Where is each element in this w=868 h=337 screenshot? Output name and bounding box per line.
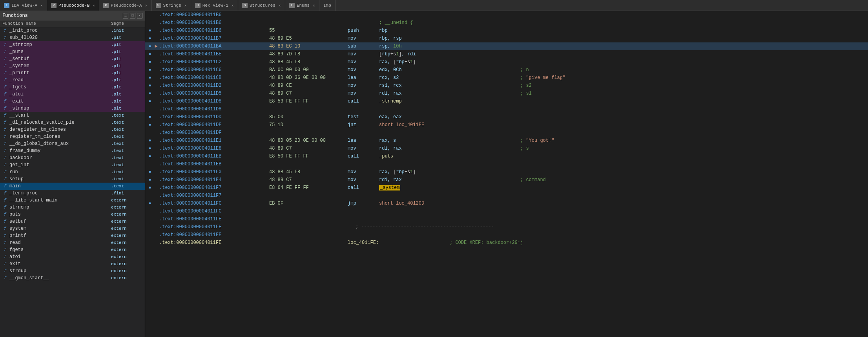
disasm-line[interactable]: ●.text:00000000004011EBE8 50 FE FF FFcal… bbox=[145, 152, 868, 160]
fn-item[interactable]: f _strncmp .plt bbox=[0, 41, 145, 48]
fn-item[interactable]: f exit extern bbox=[0, 260, 145, 267]
fn-item[interactable]: f run .text bbox=[0, 168, 145, 176]
disasm-line[interactable]: .text:00000000004011D8 bbox=[145, 105, 868, 113]
disasm-line[interactable]: ●▶.text:00000000004011BA48 83 EC 10subrs… bbox=[145, 42, 868, 50]
disasm-line[interactable]: ●.text:00000000004011D8E8 53 FE FF FFcal… bbox=[145, 97, 868, 105]
tab-close-enums[interactable]: ✕ bbox=[313, 3, 315, 8]
fn-item[interactable]: f _strdup .plt bbox=[0, 105, 145, 112]
fn-item[interactable]: f _dl_relocate_static_pie .text bbox=[0, 119, 145, 126]
fn-item[interactable]: f _read .plt bbox=[0, 77, 145, 84]
fn-item[interactable]: f atoi extern bbox=[0, 253, 145, 260]
fn-item[interactable]: f system extern bbox=[0, 225, 145, 232]
panel-btn-min[interactable]: _ bbox=[123, 13, 128, 18]
disasm-addr: .text:00000000004011FE bbox=[159, 231, 269, 239]
tab-enums[interactable]: E Enums ✕ bbox=[285, 0, 319, 11]
fn-item[interactable]: f strncmp extern bbox=[0, 204, 145, 211]
disasm-line[interactable]: ●.text:00000000004011E848 89 C7movrdi, r… bbox=[145, 145, 868, 152]
disasm-line[interactable]: .text:00000000004011FC bbox=[145, 207, 868, 215]
fn-item[interactable]: f fgets extern bbox=[0, 246, 145, 253]
disasm-line[interactable]: .text:00000000004011EB bbox=[145, 160, 868, 168]
disasm-line[interactable]: ●.text:00000000004011F048 8B 45 F8movrax… bbox=[145, 168, 868, 176]
disasm-line[interactable]: ●.text:00000000004011C6BA 0C 00 00 00mov… bbox=[145, 66, 868, 74]
dot-indicator: ● bbox=[147, 152, 153, 160]
fn-icon: f bbox=[2, 120, 8, 125]
dot-indicator: ● bbox=[147, 90, 153, 97]
fn-item[interactable]: f frame_dummy .text bbox=[0, 147, 145, 154]
disasm-line[interactable]: ●.text:00000000004011DF75 1Djnzshort loc… bbox=[145, 121, 868, 129]
disasm-line[interactable]: .text:00000000004011FE bbox=[145, 215, 868, 223]
fn-item[interactable]: f _init_proc .init bbox=[0, 27, 145, 34]
disasm-line[interactable]: ​.text:00000000004011FEloc_4011FE:; CODE… bbox=[145, 239, 868, 247]
fn-item[interactable]: f printf extern bbox=[0, 232, 145, 239]
fn-seg: extern bbox=[111, 226, 142, 231]
tab-close-pseudo-a[interactable]: ✕ bbox=[145, 3, 148, 8]
tab-close-ida[interactable]: ✕ bbox=[40, 3, 43, 8]
fn-item[interactable]: f _term_proc .fini bbox=[0, 190, 145, 197]
fn-name: strdup bbox=[9, 268, 111, 274]
disasm-line[interactable]: .text:00000000004011FE bbox=[145, 231, 868, 239]
fn-item[interactable]: f read extern bbox=[0, 239, 145, 246]
fn-item[interactable]: f deregister_tm_clones .text bbox=[0, 126, 145, 133]
disasm-line[interactable]: .text:00000000004011B6 bbox=[145, 11, 868, 19]
tab-close-strings[interactable]: ✕ bbox=[184, 3, 187, 8]
fn-item[interactable]: f _fgets .plt bbox=[0, 84, 145, 91]
fn-item[interactable]: f _atoi .plt bbox=[0, 91, 145, 98]
fn-item[interactable]: f __start .text bbox=[0, 112, 145, 119]
disasm-comment: ; s bbox=[520, 145, 529, 152]
disasm-line[interactable]: ●.text:00000000004011D548 89 C7movrdi, r… bbox=[145, 90, 868, 97]
disasm-line[interactable]: ●.text:00000000004011FCEB 0Fjmpshort loc… bbox=[145, 200, 868, 207]
fn-seg: .plt bbox=[111, 106, 142, 111]
tab-strings[interactable]: S Strings ✕ bbox=[152, 0, 191, 11]
fn-item[interactable]: f __gmon_start__ extern bbox=[0, 275, 145, 282]
fn-seg: extern bbox=[111, 269, 142, 273]
tab-close-hex[interactable]: ✕ bbox=[232, 3, 234, 8]
fn-item[interactable]: f setbuf extern bbox=[0, 218, 145, 225]
tab-pseudocode-b[interactable]: P Pseudocode-B ✕ bbox=[47, 0, 99, 11]
tab-ida-view-a[interactable]: I IDA View-A ✕ bbox=[0, 0, 47, 11]
disasm-line[interactable]: ●.text:00000000004011D248 89 CEmovrsi, r… bbox=[145, 82, 868, 90]
disasm-addr: .text:00000000004011D8 bbox=[159, 97, 269, 105]
fn-item[interactable]: f strdup extern bbox=[0, 267, 145, 275]
fn-item[interactable]: f _printf .plt bbox=[0, 70, 145, 77]
fn-item[interactable]: f backdoor .text bbox=[0, 154, 145, 161]
fn-item[interactable]: f _system .plt bbox=[0, 62, 145, 70]
fn-item[interactable]: f puts extern bbox=[0, 211, 145, 218]
disasm-line[interactable]: ●.text:00000000004011B655pushrbp bbox=[145, 27, 868, 35]
tab-close-pseudo-b[interactable]: ✕ bbox=[93, 3, 95, 8]
fn-seg: .text bbox=[111, 184, 142, 189]
fn-item[interactable]: f _puts .plt bbox=[0, 48, 145, 55]
disasm-line[interactable]: .text:00000000004011F7 bbox=[145, 192, 868, 200]
tab-structures[interactable]: S Structures ✕ bbox=[238, 0, 285, 11]
disasm-line[interactable]: ●.text:00000000004011BE48 89 7D F8mov[rb… bbox=[145, 50, 868, 58]
disasm-separator: ; --------------------------------------… bbox=[348, 223, 494, 231]
fn-item[interactable]: f register_tm_clones .text bbox=[0, 133, 145, 140]
fn-item[interactable]: f __do_global_dtors_aux .text bbox=[0, 140, 145, 147]
fn-item[interactable]: f _exit .plt bbox=[0, 98, 145, 105]
functions-list[interactable]: f _init_proc .initf sub_401020 .pltf _st… bbox=[0, 27, 145, 337]
disasm-addr: .text:00000000004011FC bbox=[159, 200, 269, 207]
fn-item[interactable]: f _setbuf .plt bbox=[0, 55, 145, 62]
disasm-line[interactable]: ●.text:00000000004011E148 8D 05 2D 0E 00… bbox=[145, 137, 868, 145]
disasm-line[interactable]: .text:00000000004011B6; __unwind { bbox=[145, 19, 868, 27]
tab-hex-view[interactable]: H Hex View-1 ✕ bbox=[191, 0, 238, 11]
disasm-line[interactable]: ●.text:00000000004011B748 89 E5movrbp, r… bbox=[145, 35, 868, 42]
fn-item[interactable]: f __libc_start_main extern bbox=[0, 197, 145, 204]
panel-btn-max[interactable]: □ bbox=[130, 13, 135, 18]
disasm-line[interactable]: ●.text:00000000004011F7E8 64 FE FF FFcal… bbox=[145, 184, 868, 192]
panel-btn-close[interactable]: ✕ bbox=[137, 13, 142, 18]
tab-pseudocode-a[interactable]: P Pseudocode-A ✕ bbox=[99, 0, 151, 11]
disasm-line[interactable]: .text:00000000004011DF bbox=[145, 129, 868, 137]
fn-item[interactable]: f setup .text bbox=[0, 176, 145, 183]
disasm-line[interactable]: ●.text:00000000004011DD85 C0testeax, eax bbox=[145, 113, 868, 121]
disasm-line[interactable]: ●.text:00000000004011CB48 8D 0D 36 0E 00… bbox=[145, 74, 868, 82]
disasm-line[interactable]: ●.text:00000000004011F448 89 C7movrdi, r… bbox=[145, 176, 868, 184]
disasm-line[interactable]: .text:00000000004011FE; ----------------… bbox=[145, 223, 868, 231]
fn-item[interactable]: f main .text bbox=[0, 183, 145, 190]
tab-close-struct[interactable]: ✕ bbox=[279, 3, 281, 8]
fn-item[interactable]: f get_int .text bbox=[0, 161, 145, 168]
disasm-content[interactable]: .text:00000000004011B6.text:000000000040… bbox=[145, 11, 868, 337]
fn-seg: .text bbox=[111, 113, 142, 118]
disasm-line[interactable]: ●.text:00000000004011C248 8B 45 F8movrax… bbox=[145, 58, 868, 66]
tab-imports[interactable]: Imp bbox=[319, 0, 336, 11]
fn-item[interactable]: f sub_401020 .plt bbox=[0, 34, 145, 41]
